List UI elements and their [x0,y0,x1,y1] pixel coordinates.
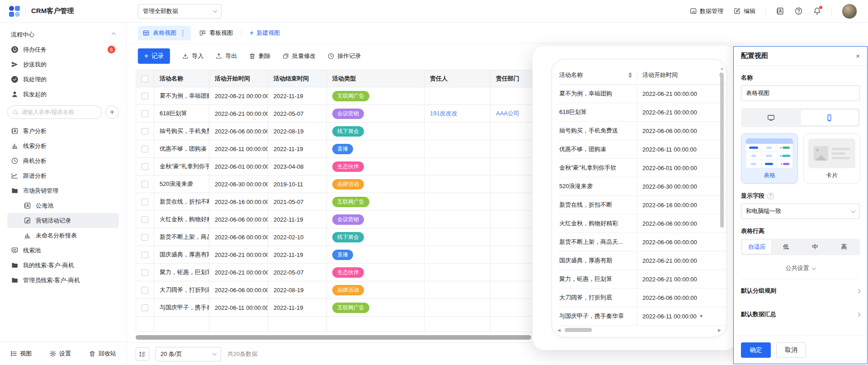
desktop-toggle[interactable] [742,109,800,126]
help-button[interactable] [794,7,803,15]
row-checkbox[interactable] [142,234,148,241]
docs-button[interactable] [776,7,784,15]
data-manage-button[interactable]: 数据管理 [689,7,723,15]
sidebar-nav-item[interactable]: 我的线索-客户-商机 [7,258,119,273]
dept-link[interactable]: AAA公司 [496,110,519,117]
sidebar-process-item[interactable]: 我发起的 [7,87,119,102]
row-height-option-auto[interactable]: 自适应 [742,240,771,254]
sidebar-nav-item[interactable]: 商机分析 [7,153,119,168]
sidebar-nav-item[interactable]: 线索池 [7,243,119,258]
sidebar-footer-item[interactable]: 回收站 [89,350,116,358]
sidebar-footer-item[interactable]: 设置 [49,350,71,358]
cell-activity-name: 优惠不够，团购凑 [154,140,209,158]
preview-row[interactable]: 国庆盛典，厚惠有期 2022-06-21 00:00:00 [559,251,727,270]
page-size-select[interactable]: 20 条/页 [156,347,221,361]
add-form-button[interactable]: + [105,105,119,119]
row-height-button[interactable] [136,347,149,361]
row-checkbox[interactable] [142,304,148,311]
view-name-input[interactable] [741,85,860,101]
preview-row[interactable]: 抽号购买，手机免费送 2022-06-06 00:00:00 [559,122,727,140]
export-button[interactable]: 导出 [215,52,237,60]
close-icon[interactable]: × [856,52,860,59]
preview-sort-header-start[interactable]: 活动开始时间 [642,71,727,79]
row-checkbox[interactable] [142,163,148,170]
horizontal-scrollbar[interactable] [136,335,531,340]
sidebar-footer-item[interactable]: 视图 [10,350,32,358]
default-data-summary-row[interactable]: 默认数据汇总 [741,303,860,326]
row-select-cell [136,123,154,140]
row-checkbox[interactable] [142,199,148,205]
sidebar-process-item[interactable]: 我处理的 [7,72,119,87]
right-arrow-icon[interactable]: ▶ [718,328,721,332]
user-avatar[interactable] [842,4,857,19]
left-arrow-icon[interactable]: ◀ [557,328,561,332]
preview-row[interactable]: 520浪漫来袭 2022-06-30 00:00:00 [559,177,727,196]
layout-card-card[interactable]: 卡片 [803,133,860,184]
sidebar-process-item[interactable]: 待办任务 6 [7,42,119,57]
layout-card-table[interactable]: 表格 [741,133,798,184]
row-checkbox[interactable] [142,93,148,100]
action-log-button[interactable]: 操作记录 [327,52,361,60]
common-settings-toggle[interactable]: 公共设置 [741,264,860,272]
display-field-select[interactable]: 和电脑端一致 [741,204,860,219]
row-checkbox[interactable] [142,128,148,135]
sidebar-nav-item[interactable]: 线索分析 [7,138,119,153]
new-view-button[interactable]: + 新建视图 [250,29,280,37]
preview-sort-header-name[interactable]: 活动名称 [559,71,637,79]
row-checkbox[interactable] [142,287,148,294]
row-checkbox[interactable] [142,216,148,223]
cancel-button[interactable]: 取消 [776,342,806,358]
up-arrow-icon[interactable]: ▲ [720,66,724,71]
preview-row[interactable]: 聚力，钜惠，巨划算 2022-06-21 00:00:00 [559,270,727,289]
preview-row[interactable]: 夏不为例，幸福团购 2022-06-21 00:00:00 [559,85,727,103]
row-checkbox[interactable] [142,251,148,258]
sidebar-nav-item[interactable]: 客户分析 [7,123,119,138]
preview-row[interactable]: 火红金秋，购物好精彩 2022-06-06 00:00:00 [559,214,727,233]
import-button[interactable]: 导入 [182,52,203,60]
preview-row[interactable]: 金秋"豪"礼拿到你手软 2022-06-01 00:00:00 [559,159,727,177]
preview-row[interactable]: 新货不断上架，商品天... 2022-06-06 00:00:00 [559,233,727,251]
data-scope-select[interactable]: 管理全部数据 [138,4,222,19]
preview-row[interactable]: 与国庆甲子，携手奏华章 2022-06-11 00:00:00▼ [559,307,727,326]
row-select-cell [136,87,154,105]
sidebar-nav-item[interactable]: 市场营销管理 [7,183,119,198]
preview-row[interactable]: 618巨划算 2022-06-21 00:00:00 [559,103,727,122]
row-height-option-high[interactable]: 高 [830,240,859,254]
help-icon[interactable]: ? [767,193,774,199]
confirm-button[interactable]: 确定 [741,342,771,358]
select-all-checkbox[interactable] [142,76,148,82]
vscroll-thumb[interactable] [720,73,724,228]
sidebar-process-item[interactable]: 抄送我的 [7,57,119,72]
row-checkbox[interactable] [142,146,148,152]
sidebar-nav-item[interactable]: 跟进分析 [7,168,119,183]
row-checkbox[interactable] [142,181,148,188]
sidebar-nav-item[interactable]: 公海池 [7,198,119,213]
tab-board-view[interactable]: 看板视图 [199,29,233,37]
sidebar-nav-item[interactable]: 管理员线索-客户-商机 [7,273,119,288]
preview-horizontal-scrollbar[interactable]: ◀ ▶ [557,327,715,333]
notifications-button[interactable] [813,7,821,15]
preview-row[interactable]: 大刀阔斧，打折到底 2022-06-06 00:00:00 [559,289,727,307]
row-checkbox[interactable] [142,110,148,117]
sidebar-nav-item[interactable]: 营销活动记录 [7,213,119,228]
row-height-option-low[interactable]: 低 [771,240,800,254]
sidebar-nav-item[interactable]: 未命名分析报表 [7,228,119,243]
mobile-toggle[interactable] [800,109,859,126]
add-record-button[interactable]: + 记录 [138,48,170,64]
preview-vertical-scrollbar[interactable]: ▲ [720,66,724,316]
sidebar-search[interactable] [7,105,102,119]
edit-button[interactable]: 编辑 [733,7,755,15]
owner-link[interactable]: 191改改改 [430,110,458,117]
more-icon[interactable]: ⋮ [179,29,186,37]
default-group-rule-row[interactable]: 默认分组规则 [741,279,860,303]
preview-row[interactable]: 新货在线，折扣不断 2022-06-16 00:00:00 [559,196,727,214]
sidebar-section-process-center[interactable]: 流程中心 [7,27,119,42]
tab-table-view[interactable]: 表格视图 ⋮ [138,26,191,40]
row-height-option-mid[interactable]: 中 [801,240,830,254]
batch-edit-button[interactable]: 批量修改 [282,52,316,60]
preview-row[interactable]: 优惠不够，团购凑 2022-06-11 00:00:00 [559,140,727,159]
hscroll-thumb[interactable] [565,328,592,332]
row-checkbox[interactable] [142,269,148,276]
delete-button[interactable]: 删除 [249,52,270,60]
search-input[interactable] [22,109,97,115]
